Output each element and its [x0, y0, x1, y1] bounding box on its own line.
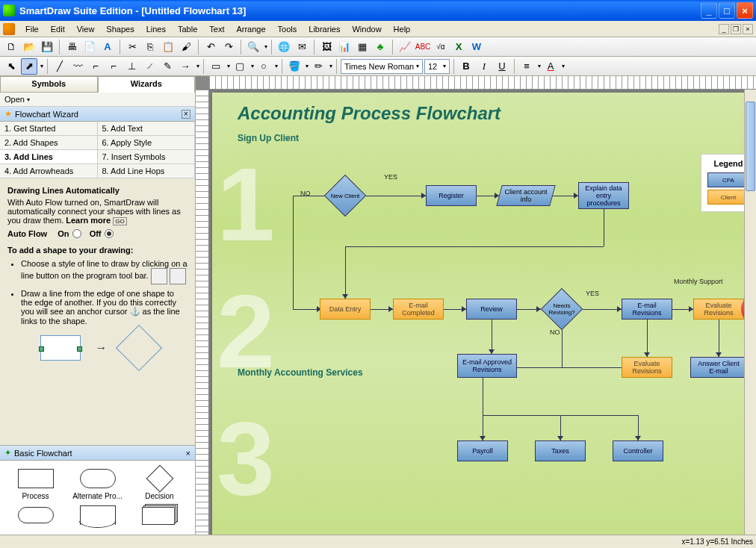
- shape-explain[interactable]: Explain data entry procedures: [578, 182, 629, 209]
- wizard-step-5[interactable]: 5. Add Text: [98, 122, 196, 136]
- new-button[interactable]: 🗋: [3, 39, 19, 55]
- rectangle-tool[interactable]: ▭: [208, 58, 224, 75]
- page-setup-button[interactable]: 📄: [81, 39, 98, 55]
- drawing-canvas[interactable]: Accounting Process Flowchart Sign Up Cli…: [209, 90, 756, 535]
- horizontal-ruler[interactable]: [209, 76, 756, 90]
- menu-edit[interactable]: Edit: [45, 23, 71, 35]
- shape-data-entry[interactable]: Data Entry: [320, 299, 371, 320]
- underline-button[interactable]: U: [494, 58, 510, 75]
- freehand-tool[interactable]: ✎: [159, 58, 176, 75]
- print-button[interactable]: 🖶: [63, 39, 80, 55]
- wizard-step-3[interactable]: 3. Add Lines: [0, 150, 98, 164]
- window-close-button[interactable]: ×: [737, 2, 753, 19]
- menu-window[interactable]: Window: [346, 23, 387, 35]
- fill-color-button[interactable]: 🪣: [286, 58, 303, 75]
- text-color-button[interactable]: A: [542, 58, 559, 75]
- rounded-rect-tool[interactable]: ▢: [232, 58, 248, 75]
- line-style-button-2[interactable]: [170, 268, 186, 284]
- shape-email-completed[interactable]: E-mail Completed: [393, 299, 444, 320]
- export-excel-button[interactable]: X: [450, 39, 467, 55]
- font-combo[interactable]: Times New Roman▾: [341, 59, 423, 74]
- shape-controller[interactable]: Controller: [613, 440, 663, 461]
- zoom-dropdown[interactable]: ▾: [264, 43, 267, 50]
- menu-shapes[interactable]: Shapes: [100, 23, 140, 35]
- insert-picture-button[interactable]: 🖼: [318, 39, 335, 55]
- mdi-restore-button[interactable]: ❐: [731, 24, 741, 34]
- arrow-tool[interactable]: →: [177, 58, 193, 75]
- autoflow-on-radio[interactable]: [72, 229, 81, 238]
- shape-register[interactable]: Register: [426, 185, 477, 206]
- learn-more-link[interactable]: Learn more: [66, 216, 111, 225]
- tab-wizards[interactable]: Wizards: [98, 76, 196, 93]
- insert-symbol-button[interactable]: ♣: [372, 39, 388, 55]
- menu-arrange[interactable]: Arrange: [230, 23, 271, 35]
- menu-view[interactable]: View: [71, 23, 101, 35]
- chart-wizard-button[interactable]: 📈: [397, 39, 413, 55]
- menu-help[interactable]: Help: [388, 23, 417, 35]
- section-1-label[interactable]: Sign Up Client: [212, 133, 756, 143]
- palette-multi-document[interactable]: [130, 503, 189, 529]
- mdi-close-button[interactable]: ×: [743, 24, 753, 34]
- autoflow-dropdown[interactable]: ▾: [40, 63, 43, 69]
- connector-tool[interactable]: ⌐: [87, 58, 104, 75]
- autoflow-tool[interactable]: ⬈: [21, 58, 37, 75]
- text-tool-button[interactable]: A: [99, 39, 116, 55]
- shape-email-revisions[interactable]: E-mail Revisions: [622, 299, 672, 320]
- wizard-close-button[interactable]: ×: [182, 110, 190, 119]
- autoflow-off-radio[interactable]: [105, 229, 114, 238]
- format-painter-button[interactable]: 🖌: [178, 39, 194, 55]
- insert-chart-button[interactable]: 📊: [336, 39, 353, 55]
- wizard-step-1[interactable]: 1. Get Started: [0, 122, 98, 136]
- line-color-button[interactable]: ✏: [310, 58, 326, 75]
- menu-text[interactable]: Text: [203, 23, 230, 35]
- paste-button[interactable]: 📋: [160, 39, 176, 55]
- wizard-step-2[interactable]: 2. Add Shapes: [0, 136, 98, 150]
- ellipse-tool[interactable]: ○: [255, 58, 272, 75]
- wizard-step-6[interactable]: 6. Apply Style: [98, 136, 196, 150]
- line-style-button-1[interactable]: [151, 268, 167, 284]
- shape-answer-email[interactable]: Answer Client E-mail: [690, 357, 747, 378]
- line-tool[interactable]: ╱: [52, 58, 68, 75]
- menu-file[interactable]: File: [19, 23, 45, 35]
- font-size-combo[interactable]: 12▾: [424, 59, 450, 74]
- shape-needs-revising[interactable]: Needs Revising?: [541, 288, 583, 330]
- spellcheck-button[interactable]: ABC: [415, 39, 431, 55]
- window-maximize-button[interactable]: □: [719, 2, 735, 19]
- zoom-button[interactable]: 🔍: [245, 39, 261, 55]
- go-button[interactable]: GO: [113, 217, 126, 225]
- tab-symbols[interactable]: Symbols: [0, 76, 98, 93]
- shape-client-info[interactable]: Client account info: [496, 185, 556, 206]
- shape-evaluate-revisions[interactable]: Evaluate Revisions: [693, 299, 744, 320]
- window-minimize-button[interactable]: _: [701, 2, 717, 19]
- tree-tool[interactable]: ⊥: [123, 58, 140, 75]
- palette-alternate-process[interactable]: Alternate Pro...: [68, 467, 127, 500]
- open-dropdown[interactable]: Open ▾: [0, 93, 195, 107]
- pointer-tool[interactable]: ⬉: [3, 58, 19, 75]
- palette-terminator[interactable]: [6, 503, 65, 529]
- undo-button[interactable]: ↶: [202, 39, 219, 55]
- redo-button[interactable]: ↷: [220, 39, 237, 55]
- copy-button[interactable]: ⎘: [142, 39, 158, 55]
- menu-lines[interactable]: Lines: [140, 23, 172, 35]
- bold-button[interactable]: B: [458, 58, 474, 75]
- cut-button[interactable]: ✂: [124, 39, 140, 55]
- shape-evaluate-revisions2[interactable]: Evaluate Revisions: [622, 357, 672, 378]
- menu-libraries[interactable]: Libraries: [303, 23, 346, 35]
- scrollbar-thumb[interactable]: [746, 102, 755, 191]
- wizard-step-7[interactable]: 7. Insert Symbols: [98, 150, 196, 164]
- curve-tool[interactable]: 〰: [69, 58, 86, 75]
- menu-tools[interactable]: Tools: [272, 23, 303, 35]
- palette-document[interactable]: [68, 503, 127, 529]
- align-button[interactable]: ≡: [518, 58, 535, 75]
- arrow-dropdown[interactable]: ▾: [196, 63, 199, 69]
- shape-review[interactable]: Review: [466, 299, 517, 320]
- save-button[interactable]: 💾: [39, 39, 55, 55]
- document-page[interactable]: Accounting Process Flowchart Sign Up Cli…: [212, 93, 756, 535]
- formula-button[interactable]: √α: [433, 39, 449, 55]
- palette-close-button[interactable]: ×: [186, 449, 190, 458]
- shape-new-client[interactable]: New Client: [324, 175, 366, 217]
- email-button[interactable]: ✉: [294, 39, 310, 55]
- vertical-ruler[interactable]: [196, 90, 209, 535]
- insert-table-button[interactable]: ▦: [354, 39, 371, 55]
- shape-payroll[interactable]: Payroll: [457, 440, 508, 461]
